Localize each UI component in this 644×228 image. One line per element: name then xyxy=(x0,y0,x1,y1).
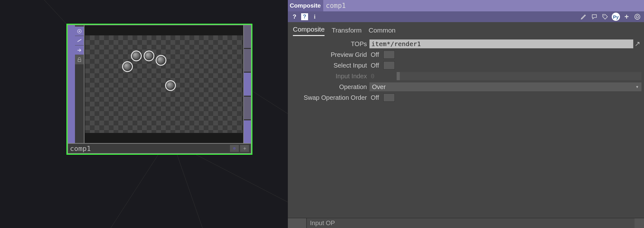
node-name[interactable]: comp1 xyxy=(70,145,229,153)
clone-immune-icon[interactable] xyxy=(75,36,84,45)
svg-point-8 xyxy=(604,15,604,16)
preview-grid-toggle[interactable] xyxy=(383,51,395,59)
info-icon[interactable]: i xyxy=(311,13,319,21)
render-flag-icon[interactable]: ✦ xyxy=(240,145,249,152)
input-op-next-button[interactable] xyxy=(635,218,644,228)
node-footer: comp1 ✦ xyxy=(67,144,251,154)
rendered-sphere xyxy=(131,51,142,61)
rendered-sphere xyxy=(122,61,133,72)
edit-icon[interactable] xyxy=(579,13,588,21)
parameter-header: Composite comp1 xyxy=(288,0,644,11)
svg-point-6 xyxy=(79,30,80,32)
param-row-operation: Operation Over xyxy=(288,81,644,92)
input-op-field[interactable]: Input OP xyxy=(307,218,635,228)
parameter-toolbar: ? ? i Py + xyxy=(288,11,644,22)
param-label: Input Index xyxy=(288,73,369,80)
svg-point-9 xyxy=(635,14,640,20)
param-label: Preview Grid xyxy=(288,51,369,58)
output-connector[interactable] xyxy=(244,48,251,72)
rendered-sphere xyxy=(144,51,154,61)
input-index-slider xyxy=(397,72,641,80)
input-op-bar: Input OP xyxy=(288,218,644,228)
param-row-input-index: Input Index 0 xyxy=(288,71,644,81)
svg-line-0 xyxy=(253,92,288,114)
param-row-swap-order: Swap Operation Order Off xyxy=(288,92,644,103)
param-label: TOPs xyxy=(288,40,369,48)
node-viewer[interactable] xyxy=(84,25,244,143)
comment-icon[interactable] xyxy=(590,13,598,21)
param-row-select-input: Select Input Off xyxy=(288,60,644,71)
select-input-toggle[interactable] xyxy=(383,61,395,69)
svg-line-2 xyxy=(177,155,202,228)
viewer-canvas xyxy=(85,35,243,133)
viewer-frame xyxy=(84,25,243,143)
tag-icon[interactable] xyxy=(601,13,609,21)
dropdown-value: Over xyxy=(372,83,386,91)
operator-name-field[interactable]: comp1 xyxy=(323,0,644,11)
svg-line-1 xyxy=(111,155,158,228)
svg-line-3 xyxy=(196,155,288,202)
output-connector[interactable] xyxy=(244,96,251,119)
bypass-icon[interactable] xyxy=(75,45,84,55)
output-connector[interactable] xyxy=(244,119,251,143)
param-label: Operation xyxy=(288,83,369,91)
output-connector[interactable] xyxy=(244,72,251,95)
python-help-icon[interactable]: ? xyxy=(301,13,308,20)
operator-type-label: Composite xyxy=(288,0,323,11)
svg-point-7 xyxy=(233,147,236,150)
param-value: 0 xyxy=(369,72,395,80)
parameter-pane: Composite comp1 ? ? i Py + Composite Tra… xyxy=(288,0,644,228)
svg-point-10 xyxy=(636,15,638,18)
tab-common[interactable]: Common xyxy=(368,27,395,36)
node-body xyxy=(67,25,251,144)
lock-icon[interactable] xyxy=(75,55,84,64)
operation-dropdown[interactable]: Over xyxy=(369,82,641,91)
parameter-list: TOPs ↗ Preview Grid Off Select Input Off… xyxy=(288,36,644,218)
param-label: Swap Operation Order xyxy=(288,94,369,101)
expand-arrow-icon[interactable]: ↗ xyxy=(633,40,641,48)
param-row-tops: TOPs ↗ xyxy=(288,39,644,49)
target-icon[interactable] xyxy=(633,13,641,21)
node-composite[interactable]: comp1 ✦ xyxy=(66,24,252,155)
rendered-sphere xyxy=(165,80,176,91)
input-op-placeholder: Input OP xyxy=(310,219,335,227)
swap-order-toggle[interactable] xyxy=(383,93,395,102)
param-row-preview-grid: Preview Grid Off xyxy=(288,49,644,60)
tops-input[interactable] xyxy=(369,39,633,48)
tab-composite[interactable]: Composite xyxy=(293,26,325,36)
param-label: Select Input xyxy=(288,62,369,69)
rendered-sphere xyxy=(156,55,166,66)
add-icon[interactable]: + xyxy=(622,13,631,21)
param-value: Off xyxy=(369,51,383,58)
output-connector[interactable] xyxy=(244,25,251,48)
parameter-tabs: Composite Transform Common xyxy=(288,22,644,36)
input-op-prev-button[interactable] xyxy=(288,218,307,228)
display-flag-icon[interactable] xyxy=(230,145,239,152)
help-icon[interactable]: ? xyxy=(290,13,299,21)
param-value: Off xyxy=(369,94,383,101)
node-input-strip[interactable] xyxy=(68,25,75,143)
viewer-active-icon[interactable] xyxy=(75,27,84,36)
language-python-icon[interactable]: Py xyxy=(612,13,620,21)
node-left-toolbar xyxy=(75,25,84,143)
tab-transform[interactable]: Transform xyxy=(331,27,362,36)
node-output-strip[interactable] xyxy=(244,25,251,143)
param-value: Off xyxy=(369,62,383,69)
